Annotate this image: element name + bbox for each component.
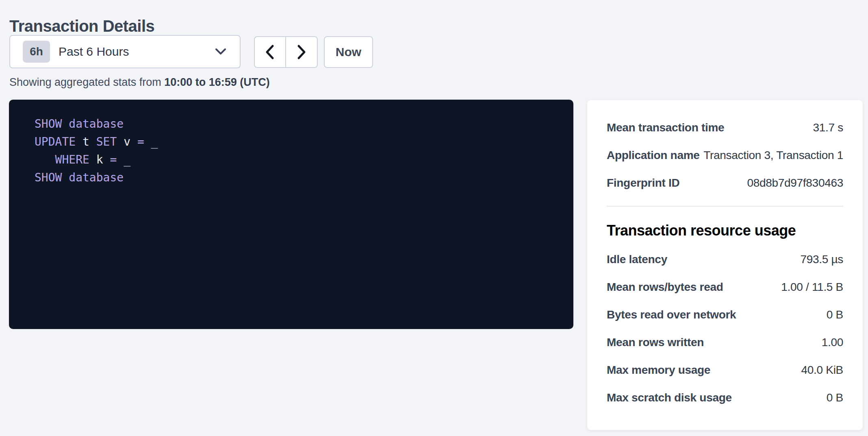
detail-row: Bytes read over network 0 B xyxy=(607,301,843,329)
detail-row-value: 0 B xyxy=(827,308,843,321)
chevron-right-icon xyxy=(296,44,307,60)
sql-code: SHOW databaseUPDATE t SET v = _ WHERE k … xyxy=(35,115,557,187)
detail-row-value: Transaction 3, Transaction 1 xyxy=(703,149,843,162)
detail-row-label: Idle latency xyxy=(607,253,667,266)
detail-row-label: Application name xyxy=(607,149,700,162)
sql-line: UPDATE t SET v = _ xyxy=(35,133,557,151)
page-title: Transaction Details xyxy=(9,17,154,35)
aggregation-note-prefix: Showing aggregated stats from xyxy=(9,76,164,88)
time-range-select[interactable]: 6h Past 6 Hours xyxy=(9,35,241,68)
transaction-details-card: Mean transaction time 31.7 s Application… xyxy=(587,100,863,430)
detail-row-label: Mean transaction time xyxy=(607,121,724,134)
detail-row-label: Max scratch disk usage xyxy=(607,391,732,404)
detail-row-label: Max memory usage xyxy=(607,364,710,377)
detail-row-value: 1.00 xyxy=(822,336,843,349)
detail-row-value: 31.7 s xyxy=(813,121,843,134)
prev-time-button[interactable] xyxy=(255,37,286,67)
detail-row-label: Fingerprint ID xyxy=(607,177,679,190)
chevron-down-icon xyxy=(215,48,226,55)
transaction-statements-box: SHOW databaseUPDATE t SET v = _ WHERE k … xyxy=(9,100,573,329)
sql-line: SHOW database xyxy=(35,115,557,133)
detail-row: Max scratch disk usage 0 B xyxy=(607,384,843,412)
detail-row-value: 1.00 / 11.5 B xyxy=(781,281,843,294)
detail-row: Mean rows written 1.00 xyxy=(607,329,843,356)
time-range-badge: 6h xyxy=(23,41,50,63)
resource-rows: Idle latency 793.5 µs Mean rows/bytes re… xyxy=(607,246,843,412)
sql-line: WHERE k = _ xyxy=(35,151,557,169)
detail-row-label: Mean rows written xyxy=(607,336,704,349)
aggregation-note: Showing aggregated stats from 10:00 to 1… xyxy=(9,76,270,89)
detail-row: Idle latency 793.5 µs xyxy=(607,246,843,273)
summary-rows: Mean transaction time 31.7 s Application… xyxy=(607,114,843,197)
detail-row: Max memory usage 40.0 KiB xyxy=(607,356,843,384)
chevron-left-icon xyxy=(265,44,275,60)
sql-line: SHOW database xyxy=(35,169,557,187)
resource-usage-heading: Transaction resource usage xyxy=(607,216,843,246)
detail-row-value: 0 B xyxy=(827,391,843,404)
aggregation-note-range: 10:00 to 16:59 (UTC) xyxy=(164,76,270,88)
divider xyxy=(607,206,843,207)
detail-row-label: Bytes read over network xyxy=(607,308,736,321)
detail-row-value: 793.5 µs xyxy=(800,253,843,266)
detail-row: Mean rows/bytes read 1.00 / 11.5 B xyxy=(607,273,843,301)
detail-row-value: 08d8b7d97f830463 xyxy=(747,177,843,190)
detail-row: Application name Transaction 3, Transact… xyxy=(607,142,843,169)
time-pager xyxy=(254,36,318,68)
now-button[interactable]: Now xyxy=(324,36,373,68)
detail-row: Fingerprint ID 08d8b7d97f830463 xyxy=(607,169,843,197)
next-time-button[interactable] xyxy=(286,37,317,67)
detail-row: Mean transaction time 31.7 s xyxy=(607,114,843,142)
detail-row-value: 40.0 KiB xyxy=(801,364,843,377)
time-range-label: Past 6 Hours xyxy=(59,45,129,59)
detail-row-label: Mean rows/bytes read xyxy=(607,281,723,294)
